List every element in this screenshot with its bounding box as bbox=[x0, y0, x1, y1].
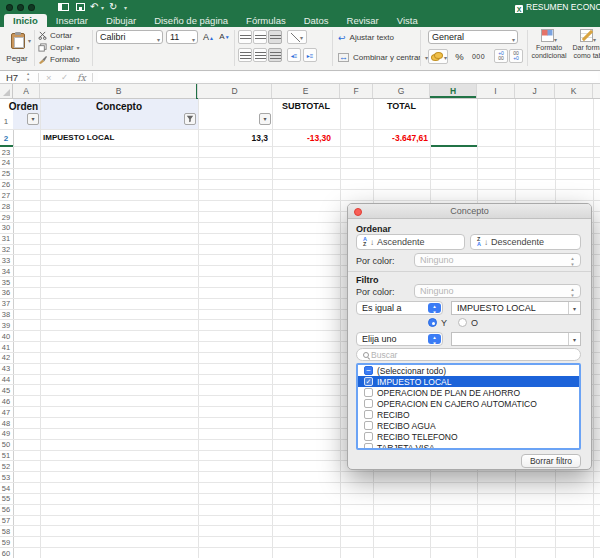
row-header-29[interactable]: 29 bbox=[0, 213, 12, 222]
row-header-47[interactable]: 47 bbox=[0, 408, 12, 417]
format-painter-button[interactable]: Formato bbox=[38, 54, 80, 65]
combo-dropdown-icon[interactable] bbox=[568, 302, 580, 314]
name-box[interactable]: H7 bbox=[6, 71, 18, 84]
merge-center-button[interactable]: ↔ Combinar y centrar▾ bbox=[338, 52, 428, 63]
checkbox-unchecked-icon[interactable] bbox=[364, 443, 373, 450]
align-top-button[interactable] bbox=[238, 30, 252, 44]
redo-icon[interactable]: ↻ bbox=[109, 1, 117, 13]
decrease-decimal-button[interactable] bbox=[509, 49, 523, 63]
row-header-56[interactable]: 56 bbox=[0, 505, 12, 514]
tab-f-rmulas[interactable]: Fórmulas bbox=[237, 14, 295, 27]
thousands-button[interactable]: 000 bbox=[468, 49, 489, 64]
autofilter-dropdown-orden[interactable]: ▾ bbox=[27, 113, 39, 125]
filter-list-item[interactable]: IMPUESTO LOCAL bbox=[358, 376, 579, 387]
checkbox-indeterminate-icon[interactable] bbox=[364, 366, 373, 375]
checkbox-unchecked-icon[interactable] bbox=[364, 421, 373, 430]
tab-datos[interactable]: Datos bbox=[295, 14, 338, 27]
filter-condition-select[interactable]: Es igual a ▲▼ bbox=[356, 301, 443, 315]
row-header-30[interactable]: 30 bbox=[0, 223, 12, 232]
second-condition-select[interactable]: Elija uno ▲▼ bbox=[356, 332, 443, 346]
checkbox-unchecked-icon[interactable] bbox=[364, 388, 373, 397]
row-header-43[interactable]: 43 bbox=[0, 364, 12, 373]
clear-filter-button[interactable]: Borrar filtro bbox=[521, 454, 581, 468]
align-left-button[interactable] bbox=[238, 48, 252, 62]
sort-descending-button[interactable]: Descendente bbox=[470, 234, 581, 250]
filter-list-item[interactable]: RECIBO AGUA bbox=[358, 420, 579, 431]
tab-dibujar[interactable]: Dibujar bbox=[97, 14, 145, 27]
decrease-indent-button[interactable]: ◂≡ bbox=[287, 48, 301, 62]
conditional-formatting-dropdown-icon[interactable]: ▾ bbox=[554, 37, 557, 43]
autofilter-active-concepto[interactable] bbox=[184, 113, 196, 125]
minimize-window-icon[interactable] bbox=[17, 4, 24, 11]
row-header-44[interactable]: 44 bbox=[0, 375, 12, 384]
row-header-45[interactable]: 45 bbox=[0, 386, 12, 395]
undo-dropdown-icon[interactable]: ▾ bbox=[101, 4, 104, 11]
orientation-button[interactable]: ▾ bbox=[287, 30, 307, 44]
zoom-window-icon[interactable] bbox=[28, 4, 35, 11]
row-header-2-filtered[interactable]: 2 bbox=[0, 134, 12, 143]
row-header-49[interactable]: 49 bbox=[0, 429, 12, 438]
row-header-52[interactable]: 52 bbox=[0, 462, 12, 471]
cancel-entry-icon[interactable]: × bbox=[46, 71, 52, 84]
checkbox-unchecked-icon[interactable] bbox=[364, 410, 373, 419]
filter-list-item[interactable]: TARJETA VISA bbox=[358, 442, 579, 450]
paste-button[interactable]: ▾ Pegar bbox=[2, 29, 34, 67]
row-header-37[interactable]: 37 bbox=[0, 299, 12, 308]
row-header-40[interactable]: 40 bbox=[0, 332, 12, 341]
number-format-dropdown-icon[interactable]: ▾ bbox=[512, 34, 515, 46]
row-header-38[interactable]: 38 bbox=[0, 310, 12, 319]
row-header-26[interactable]: 26 bbox=[0, 180, 12, 189]
row-header-51[interactable]: 51 bbox=[0, 451, 12, 460]
save-icon[interactable] bbox=[76, 3, 85, 11]
confirm-entry-icon[interactable]: ✓ bbox=[61, 71, 68, 84]
row-header-54[interactable]: 54 bbox=[0, 484, 12, 493]
cell-e2-value[interactable]: -13,30 bbox=[272, 133, 331, 143]
filter-value-list[interactable]: (Seleccionar todo)IMPUESTO LOCALOPERACIO… bbox=[356, 363, 581, 450]
sort-by-color-select[interactable]: Ninguno ▲▼ bbox=[414, 253, 581, 267]
undo-icon[interactable]: ↶ bbox=[90, 1, 98, 13]
row-header-42[interactable]: 42 bbox=[0, 353, 12, 362]
formula-input[interactable] bbox=[98, 72, 598, 81]
font-name-select[interactable]: Calibri▾ bbox=[96, 30, 163, 44]
row-header-34[interactable]: 34 bbox=[0, 267, 12, 276]
show-sidebar-icon[interactable] bbox=[58, 3, 69, 11]
row-header-32[interactable]: 32 bbox=[0, 245, 12, 254]
cell-d2-value[interactable]: 13,3 bbox=[198, 133, 268, 143]
increase-decimal-button[interactable] bbox=[494, 49, 508, 63]
insert-function-icon[interactable]: fx bbox=[77, 71, 86, 84]
copy-button[interactable]: Copiar▾ bbox=[38, 42, 80, 53]
row-header-58[interactable]: 58 bbox=[0, 527, 12, 536]
combo-dropdown-icon[interactable] bbox=[568, 333, 580, 345]
row-header-33[interactable]: 33 bbox=[0, 256, 12, 265]
row-header-60[interactable]: 60 bbox=[0, 549, 12, 558]
copy-dropdown-icon[interactable]: ▾ bbox=[77, 44, 80, 51]
row-header-35[interactable]: 35 bbox=[0, 278, 12, 287]
filter-list-item[interactable]: OPERACION DE PLAN DE AHORRO bbox=[358, 387, 579, 398]
second-value-combo[interactable] bbox=[451, 332, 581, 346]
row-header-36[interactable]: 36 bbox=[0, 288, 12, 297]
increase-font-button[interactable]: A▲ bbox=[201, 30, 216, 45]
conditional-formatting-button[interactable]: ▾ Formatocondicional bbox=[531, 29, 567, 59]
row-header-23[interactable]: 23 bbox=[0, 148, 12, 157]
tab-inicio[interactable]: Inicio bbox=[4, 14, 47, 27]
align-middle-button[interactable] bbox=[253, 30, 267, 44]
tab-dise-o-de-p-gina[interactable]: Diseño de página bbox=[145, 14, 237, 27]
checkbox-unchecked-icon[interactable] bbox=[364, 432, 373, 441]
row-header-24[interactable]: 24 bbox=[0, 158, 12, 167]
row-header-41[interactable]: 41 bbox=[0, 343, 12, 352]
format-as-table-dropdown-icon[interactable]: ▾ bbox=[593, 37, 596, 43]
font-size-dropdown-icon[interactable]: ▾ bbox=[192, 34, 195, 46]
format-as-table-button[interactable]: ▾ Dar formacomo tab bbox=[570, 29, 600, 59]
row-header-46[interactable]: 46 bbox=[0, 397, 12, 406]
checkbox-checked-icon[interactable] bbox=[364, 377, 373, 386]
tab-vista[interactable]: Vista bbox=[388, 14, 427, 27]
paste-dropdown-icon[interactable]: ▾ bbox=[28, 37, 31, 44]
filter-list-item[interactable]: RECIBO TELEFONO bbox=[358, 431, 579, 442]
checkbox-unchecked-icon[interactable] bbox=[364, 399, 373, 408]
font-size-select[interactable]: 11▾ bbox=[166, 30, 198, 44]
radio-and[interactable] bbox=[428, 318, 437, 327]
row-header-50[interactable]: 50 bbox=[0, 440, 12, 449]
cell-g2-value[interactable]: -3.647,61 bbox=[373, 133, 428, 143]
tab-revisar[interactable]: Revisar bbox=[338, 14, 388, 27]
orientation-dropdown-icon[interactable]: ▾ bbox=[300, 34, 303, 41]
